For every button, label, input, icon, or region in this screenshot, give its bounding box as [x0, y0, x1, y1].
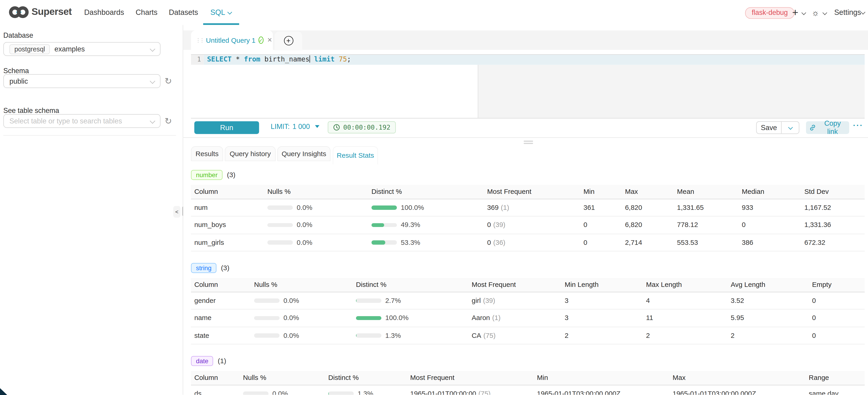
- table-cell: 6,820: [625, 204, 677, 211]
- table-cell: 1,167.52: [804, 204, 865, 211]
- tab-result-stats[interactable]: Result Stats: [333, 146, 378, 164]
- percent-value: 0.0%: [283, 297, 299, 304]
- nav-item-dashboards[interactable]: Dashboards: [84, 0, 124, 25]
- cell-value: 3: [565, 314, 568, 322]
- close-tab-icon[interactable]: ✕: [267, 37, 272, 44]
- cell-value: 3: [565, 297, 568, 304]
- cell-value: 0: [742, 221, 746, 229]
- cell-value: 361: [584, 204, 595, 211]
- cell-value: 1965-01-01T03:00:00.000Z: [537, 390, 620, 395]
- sqllab-main-panel: ⋮⋮ Untitled Query 1 ✓ ✕ + 1 SELECT * fro…: [183, 25, 868, 395]
- limit-dropdown[interactable]: LIMIT: 1 000: [271, 123, 319, 130]
- table-cell: 0(39): [487, 221, 584, 229]
- sqllab-sidebar: Database postgresql examples Schema publ…: [0, 25, 183, 395]
- table-cell: 0.0%: [254, 314, 356, 322]
- database-select[interactable]: postgresql examples: [3, 42, 161, 56]
- cell-value: 1,167.52: [804, 204, 831, 211]
- percent-bar: [243, 392, 268, 395]
- chevron-down-icon[interactable]: [823, 10, 827, 15]
- theme-sun-icon[interactable]: ☼: [811, 0, 819, 25]
- active-nav-underline: [203, 23, 239, 25]
- run-button[interactable]: Run: [194, 121, 259, 134]
- stats-table: ColumnNulls %Distinct %Most FrequentMin …: [191, 278, 865, 344]
- new-item-plus-icon[interactable]: +: [792, 0, 798, 25]
- tab-query-history[interactable]: Query history: [225, 146, 276, 161]
- save-button[interactable]: Save: [757, 122, 782, 133]
- refresh-tables-icon[interactable]: ↻: [163, 114, 174, 128]
- column-count: (1): [218, 357, 226, 365]
- save-split-button[interactable]: Save: [756, 121, 800, 134]
- nav-item-sql[interactable]: SQL: [210, 0, 225, 25]
- drag-handle-icon[interactable]: ⋮⋮: [195, 37, 203, 43]
- superset-logo-icon[interactable]: [8, 5, 29, 22]
- column-header: Min Length: [565, 281, 646, 289]
- percent-bar-fill: [371, 223, 384, 227]
- cell-value: 11: [646, 314, 653, 322]
- sql-token: birth_names: [260, 56, 309, 63]
- table-cell: num: [191, 204, 268, 211]
- column-header: Max: [625, 188, 677, 196]
- sidebar-collapse-button[interactable]: <: [173, 206, 180, 218]
- sql-code-line[interactable]: SELECT * from birth_names limit 75;: [207, 55, 351, 65]
- table-cell: 2,714: [625, 239, 677, 246]
- table-cell: same day: [809, 390, 865, 395]
- cell-value: 4: [646, 297, 650, 304]
- table-cell: 672.32: [804, 239, 865, 246]
- table-cell: 3: [565, 314, 646, 322]
- percent-value: 0.0%: [297, 204, 312, 211]
- table-cell: 0: [812, 297, 865, 304]
- refresh-schemas-icon[interactable]: ↻: [163, 74, 174, 88]
- percent-bar: [371, 223, 397, 227]
- chevron-down-icon[interactable]: [802, 10, 806, 15]
- cell-value: ds: [194, 390, 202, 395]
- resize-grip[interactable]: [524, 140, 533, 145]
- column-header: Distinct %: [371, 188, 487, 196]
- table-cell: 2: [731, 332, 812, 339]
- cell-value: girl: [472, 297, 481, 304]
- save-options-caret[interactable]: [782, 122, 799, 133]
- nav-item-charts[interactable]: Charts: [135, 0, 157, 25]
- table-cell: 361: [584, 204, 625, 211]
- percent-bar: [356, 316, 381, 320]
- percent-bar-fill: [328, 392, 329, 395]
- column-type-tag: number: [191, 170, 223, 180]
- copy-link-label: Copy link: [819, 119, 846, 136]
- column-header: Max: [673, 374, 809, 382]
- percent-bar: [356, 299, 381, 303]
- table-cell: 6,820: [625, 221, 677, 229]
- nav-item-datasets[interactable]: Datasets: [169, 0, 198, 25]
- sql-token: SELECT: [207, 56, 232, 63]
- column-header: Column: [191, 188, 268, 196]
- table-cell: 53.3%: [371, 239, 487, 246]
- table-cell: girl(39): [472, 297, 565, 304]
- settings-menu[interactable]: Settings: [834, 0, 861, 25]
- cell-value: 0: [812, 332, 816, 339]
- sql-editor[interactable]: 1 SELECT * from birth_names limit 75;: [191, 54, 865, 118]
- table-cell: Aaron(1): [472, 314, 565, 322]
- cell-muted-value: (36): [493, 239, 505, 246]
- limit-value: 1 000: [292, 123, 310, 130]
- table-cell: num_girls: [191, 239, 268, 246]
- brand-wordmark[interactable]: Superset: [32, 6, 72, 18]
- schema-select[interactable]: public: [3, 74, 161, 88]
- table-row: num_boys0.0%49.3%0(39)06,820778.1201,331…: [191, 216, 865, 234]
- table-cell: 0: [584, 221, 625, 229]
- table-cell: 1.3%: [356, 332, 471, 339]
- cell-value: state: [194, 332, 209, 339]
- tab-query-insights[interactable]: Query Insights: [277, 146, 331, 161]
- section-header: string(3): [191, 263, 865, 272]
- chevron-down-icon: [861, 10, 866, 14]
- copy-link-button[interactable]: Copy link: [806, 121, 849, 134]
- table-cell: 0.0%: [268, 221, 371, 229]
- table-schema-label: See table schema: [3, 107, 59, 115]
- query-tab[interactable]: ⋮⋮ Untitled Query 1 ✓ ✕: [191, 30, 273, 50]
- table-cell: 49.3%: [371, 221, 487, 229]
- more-actions-button[interactable]: ···: [853, 120, 863, 129]
- new-query-tab-button[interactable]: +: [275, 31, 302, 50]
- query-tab-title[interactable]: Untitled Query 1: [206, 36, 255, 44]
- table-cell: 1.3%: [328, 390, 410, 395]
- table-cell: 4: [646, 297, 731, 304]
- table-cell: 1965-01-01T00:00:00(75): [410, 390, 537, 395]
- table-select[interactable]: Select table or type to search tables: [3, 114, 161, 128]
- tab-results[interactable]: Results: [191, 146, 223, 161]
